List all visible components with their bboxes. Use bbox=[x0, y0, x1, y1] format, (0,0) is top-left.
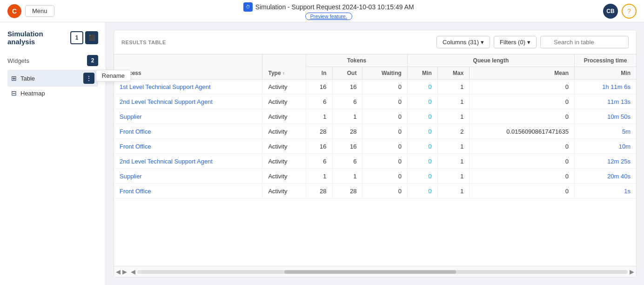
results-controls: Columns (31) ▾ Filters (0) ▾ 🔍 bbox=[436, 36, 629, 48]
q-max-cell: 1 bbox=[437, 109, 470, 124]
logo-icon: C bbox=[7, 4, 21, 18]
widget-item-heatmap[interactable]: ⊟ Heatmap bbox=[7, 87, 98, 100]
horizontal-scrollbar[interactable] bbox=[137, 270, 628, 274]
process-cell[interactable]: Supplier bbox=[114, 169, 262, 184]
table-widget-icon: ⊞ bbox=[11, 75, 17, 82]
col-q-max: Max bbox=[437, 67, 470, 80]
col-p-min: Min bbox=[575, 67, 636, 80]
type-cell: Activity bbox=[262, 95, 306, 109]
waiting-cell: 0 bbox=[362, 80, 407, 95]
widgets-count-badge: 2 bbox=[87, 55, 98, 66]
menu-button[interactable]: Menu bbox=[25, 5, 54, 17]
table-row: Front Office Activity 28 28 0 0 1 0 1s bbox=[114, 184, 636, 199]
p-min-cell: 1h 11m 6s bbox=[575, 80, 636, 95]
mean-cell: 0 bbox=[470, 139, 575, 154]
p-min-cell: 1s bbox=[575, 184, 636, 199]
table-row: Front Office Activity 28 28 0 0 2 0.0156… bbox=[114, 124, 636, 139]
process-cell[interactable]: Front Office bbox=[114, 184, 262, 199]
waiting-cell: 0 bbox=[362, 109, 407, 124]
q-min-cell: 0 bbox=[407, 80, 437, 95]
table-row: 2nd Level Technical Support Agent Activi… bbox=[114, 95, 636, 109]
group-queue: Queue length bbox=[407, 54, 574, 67]
q-min-cell: 0 bbox=[407, 139, 437, 154]
topbar-left: C Menu bbox=[7, 4, 54, 18]
q-min-cell: 0 bbox=[407, 154, 437, 169]
process-cell[interactable]: Front Office bbox=[114, 124, 262, 139]
help-icon[interactable]: ? bbox=[622, 4, 637, 19]
col-q-min: Min bbox=[407, 67, 437, 80]
step-badge-2[interactable]: ⬛ bbox=[85, 31, 98, 44]
process-cell[interactable]: 2nd Level Technical Support Agent bbox=[114, 95, 262, 109]
p-min-cell: 11m 13s bbox=[575, 95, 636, 109]
group-processing: Processing time bbox=[575, 54, 636, 67]
q-min-cell: 0 bbox=[407, 169, 437, 184]
process-cell[interactable]: Front Office bbox=[114, 139, 262, 154]
waiting-cell: 0 bbox=[362, 124, 407, 139]
topbar-right: CB ? bbox=[603, 4, 637, 19]
simulation-title: ⏱ Simulation - Support Request 2024-10-0… bbox=[243, 2, 414, 12]
simulation-icon: ⏱ bbox=[243, 2, 253, 12]
mean-cell: 0.01560908617471635 bbox=[470, 124, 575, 139]
q-max-cell: 1 bbox=[437, 169, 470, 184]
scroll-footer[interactable]: ◀ ▶ ◀ ▶ bbox=[114, 266, 636, 277]
table-body: 1st Level Technical Support Agent Activi… bbox=[114, 80, 636, 199]
waiting-cell: 0 bbox=[362, 169, 407, 184]
search-input[interactable] bbox=[540, 36, 629, 48]
table-widget-menu[interactable]: ⋮ bbox=[83, 73, 94, 84]
waiting-cell: 0 bbox=[362, 154, 407, 169]
scroll-left-arrow[interactable]: ◀ bbox=[116, 268, 121, 275]
p-min-cell: 10m 50s bbox=[575, 109, 636, 124]
q-max-cell: 1 bbox=[437, 95, 470, 109]
results-header: RESULTS TABLE Columns (31) ▾ Filters (0)… bbox=[114, 30, 636, 54]
q-max-cell: 1 bbox=[437, 139, 470, 154]
results-label: RESULTS TABLE bbox=[121, 40, 166, 45]
scroll-track-area: ◀ ▶ bbox=[131, 268, 634, 275]
simulation-title-text: Simulation - Support Request 2024-10-03 … bbox=[255, 3, 414, 11]
scroll-track-right-arrow[interactable]: ▶ bbox=[630, 268, 634, 275]
rename-tooltip[interactable]: Rename bbox=[96, 70, 131, 81]
type-cell: Activity bbox=[262, 169, 306, 184]
step-badge-1[interactable]: 1 bbox=[70, 31, 83, 44]
mean-cell: 0 bbox=[470, 169, 575, 184]
mean-cell: 0 bbox=[470, 80, 575, 95]
scroll-right-arrow[interactable]: ▶ bbox=[122, 268, 127, 275]
waiting-cell: 0 bbox=[362, 139, 407, 154]
heatmap-widget-icon: ⊟ bbox=[11, 89, 17, 97]
process-cell[interactable]: 1st Level Technical Support Agent bbox=[114, 80, 262, 95]
columns-btn-label: Columns (31) bbox=[443, 39, 479, 46]
in-cell: 28 bbox=[306, 184, 332, 199]
out-cell: 1 bbox=[332, 109, 362, 124]
col-out: Out bbox=[332, 67, 362, 80]
p-min-cell: 20m 40s bbox=[575, 169, 636, 184]
in-cell: 1 bbox=[306, 169, 332, 184]
process-cell[interactable]: 2nd Level Technical Support Agent bbox=[114, 154, 262, 169]
col-type: Type ↑ bbox=[262, 54, 306, 80]
preview-feature-link[interactable]: Preview feature. bbox=[305, 13, 352, 20]
q-max-cell: 1 bbox=[437, 154, 470, 169]
filters-btn-label: Filters (0) bbox=[500, 39, 525, 46]
type-cell: Activity bbox=[262, 139, 306, 154]
mean-cell: 0 bbox=[470, 184, 575, 199]
widget-item-table[interactable]: ⊞ Table ⋮ Rename bbox=[7, 70, 98, 87]
columns-button[interactable]: Columns (31) ▾ bbox=[436, 36, 490, 48]
table-row: Front Office Activity 16 16 0 0 1 0 10m bbox=[114, 139, 636, 154]
q-min-cell: 0 bbox=[407, 124, 437, 139]
q-min-cell: 0 bbox=[407, 109, 437, 124]
chevron-down-icon-filters: ▾ bbox=[527, 39, 530, 46]
p-min-cell: 12m 25s bbox=[575, 154, 636, 169]
waiting-cell: 0 bbox=[362, 95, 407, 109]
scrollbar-thumb bbox=[284, 270, 456, 274]
type-cell: Activity bbox=[262, 154, 306, 169]
sort-asc-icon: ↑ bbox=[282, 71, 285, 76]
main-layout: Simulation analysis 1 ⬛ Widgets 2 ⊞ Tabl… bbox=[0, 22, 644, 285]
type-cell: Activity bbox=[262, 80, 306, 95]
mean-cell: 0 bbox=[470, 154, 575, 169]
table-wrapper[interactable]: Process Type ↑ Tokens Queue length Proce… bbox=[114, 54, 636, 266]
out-cell: 28 bbox=[332, 184, 362, 199]
process-cell[interactable]: Supplier bbox=[114, 109, 262, 124]
topbar-center: ⏱ Simulation - Support Request 2024-10-0… bbox=[243, 2, 414, 20]
widgets-section: Widgets 2 ⊞ Table ⋮ Rename ⊟ Heatmap bbox=[0, 51, 106, 103]
filters-button[interactable]: Filters (0) ▾ bbox=[494, 36, 537, 48]
in-cell: 16 bbox=[306, 139, 332, 154]
scroll-track-left-arrow[interactable]: ◀ bbox=[131, 268, 135, 275]
